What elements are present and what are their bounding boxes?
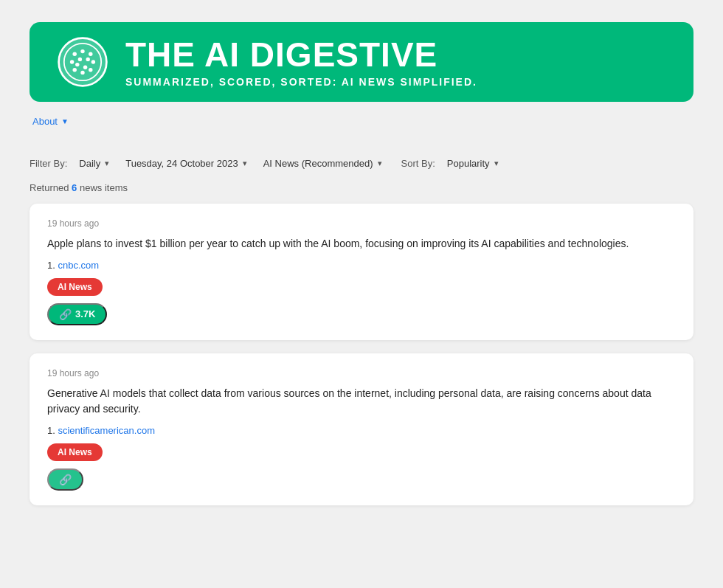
source-link-2[interactable]: scientificamerican.com	[58, 425, 155, 436]
source-label-1: 1.	[47, 260, 55, 271]
category-chevron-icon: ▾	[378, 159, 382, 168]
svg-point-6	[78, 58, 82, 61]
svg-point-11	[89, 68, 92, 72]
score-badge-1[interactable]: 🔗 3.7K	[47, 303, 107, 325]
cookie-icon	[56, 35, 109, 89]
sort-value: Popularity	[447, 158, 490, 169]
news-card-2: 19 hours ago Generative AI models that c…	[30, 353, 693, 505]
news-tags-1: AI News	[47, 278, 676, 296]
results-prefix: Returned	[30, 182, 72, 193]
score-area-1: 🔗 3.7K	[47, 303, 676, 325]
about-label: About	[32, 116, 58, 127]
tag-badge-1: AI News	[47, 278, 103, 296]
svg-point-8	[91, 60, 95, 63]
score-area-2: 🔗	[47, 468, 676, 491]
svg-point-9	[73, 68, 77, 72]
site-title: THE AI DIGESTIVE	[125, 36, 477, 74]
news-source-2: 1. scientificamerican.com	[47, 425, 676, 436]
svg-point-10	[80, 71, 84, 75]
site-subtitle: SUMMARIZED, SCORED, SORTED: AI NEWS SIMP…	[125, 76, 477, 88]
about-chevron-icon: ▼	[61, 117, 69, 125]
news-time-1: 19 hours ago	[47, 218, 676, 229]
date-chevron-icon: ▾	[243, 159, 247, 168]
filter-bar: Filter By: Daily ▾ Tuesday, 24 October 2…	[30, 155, 693, 172]
score-value-1: 3.7K	[75, 308, 95, 319]
results-count: Returned 6 news items	[30, 182, 693, 193]
svg-point-0	[59, 38, 107, 86]
news-summary-2: Generative AI models that collect data f…	[47, 386, 676, 418]
date-value: Tuesday, 24 October 2023	[125, 158, 238, 169]
category-dropdown[interactable]: AI News (Recommended) ▾	[259, 155, 387, 172]
source-label-2: 1.	[47, 425, 55, 436]
nav-bar: About ▼	[30, 115, 693, 127]
spacer	[30, 140, 693, 155]
page-wrapper: THE AI DIGESTIVE SUMMARIZED, SCORED, SOR…	[0, 0, 723, 541]
news-summary-1: Apple plans to invest $1 billion per yea…	[47, 236, 676, 252]
category-value: AI News (Recommended)	[263, 158, 373, 169]
svg-point-13	[83, 66, 87, 69]
sort-by-label: Sort By:	[401, 158, 435, 169]
period-dropdown[interactable]: Daily ▾	[75, 155, 114, 172]
sort-chevron-icon: ▾	[494, 159, 499, 168]
news-tags-2: AI News	[47, 443, 676, 461]
score-icon-1: 🔗	[59, 308, 72, 320]
about-link[interactable]: About ▼	[32, 116, 69, 127]
sort-dropdown[interactable]: Popularity ▾	[443, 155, 503, 172]
score-icon-2: 🔗	[59, 474, 72, 485]
period-value: Daily	[79, 158, 100, 169]
filter-by-label: Filter By:	[30, 158, 67, 169]
svg-point-3	[80, 49, 84, 53]
svg-point-12	[75, 63, 79, 66]
svg-point-7	[86, 58, 90, 61]
header-text-block: THE AI DIGESTIVE SUMMARIZED, SCORED, SOR…	[125, 36, 477, 89]
results-suffix: news items	[77, 182, 128, 193]
svg-point-5	[70, 60, 74, 63]
period-chevron-icon: ▾	[105, 159, 109, 168]
news-list: 19 hours ago Apple plans to invest $1 bi…	[30, 204, 693, 505]
source-link-1[interactable]: cnbc.com	[58, 260, 99, 271]
svg-point-4	[89, 52, 92, 56]
news-time-2: 19 hours ago	[47, 368, 676, 378]
news-card-1: 19 hours ago Apple plans to invest $1 bi…	[30, 204, 693, 340]
header-banner: THE AI DIGESTIVE SUMMARIZED, SCORED, SOR…	[30, 22, 693, 102]
score-badge-2[interactable]: 🔗	[47, 468, 83, 491]
tag-badge-2: AI News	[47, 443, 103, 461]
date-dropdown[interactable]: Tuesday, 24 October 2023 ▾	[121, 155, 251, 172]
news-source-1: 1. cnbc.com	[47, 260, 676, 271]
svg-point-2	[73, 52, 77, 56]
